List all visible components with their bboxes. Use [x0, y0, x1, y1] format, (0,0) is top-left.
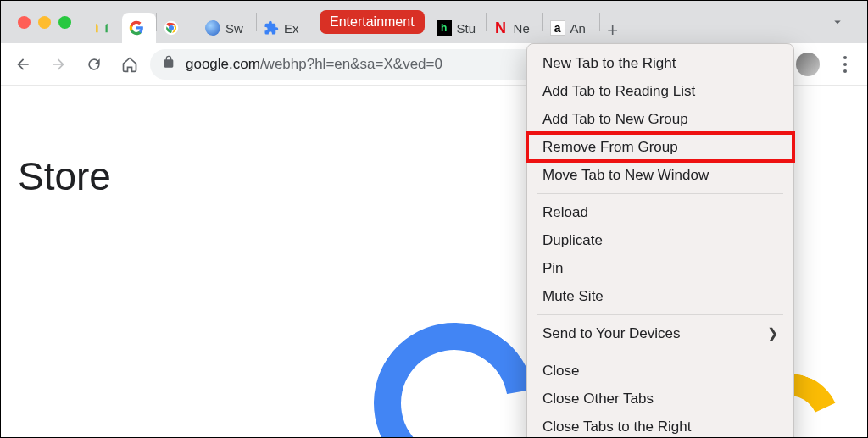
ctx-new-tab-right[interactable]: New Tab to the Right [527, 49, 793, 77]
tab-ex[interactable]: Ex [257, 13, 314, 43]
ctx-add-new-group[interactable]: Add Tab to New Group [527, 105, 793, 133]
ctx-label: Add Tab to Reading List [542, 83, 695, 100]
tab-chrome[interactable] [157, 13, 198, 43]
tabs-container: Sw Ex Entertainment h Stu N Ne a An + [86, 1, 859, 43]
ctx-pin[interactable]: Pin [527, 254, 793, 282]
chrome-menu-button[interactable] [830, 49, 860, 80]
ctx-label: Add Tab to New Group [542, 111, 688, 128]
ctx-label: Close Other Tabs [542, 391, 654, 408]
hulu-icon: h [437, 20, 452, 36]
globe-icon [205, 20, 220, 36]
tab-context-menu: New Tab to the Right Add Tab to Reading … [526, 43, 794, 438]
home-button[interactable] [114, 49, 145, 80]
chrome-icon [164, 20, 179, 36]
ctx-duplicate[interactable]: Duplicate [527, 226, 793, 254]
tab-search-button[interactable] [825, 9, 850, 35]
tab-label: An [570, 21, 586, 36]
tab-gmail-pinned[interactable] [86, 13, 122, 43]
ctx-reload[interactable]: Reload [527, 198, 793, 226]
new-tab-button[interactable]: + [600, 18, 626, 43]
gmail-icon [94, 20, 109, 36]
close-window-button[interactable] [18, 16, 31, 29]
tab-group-chip[interactable]: Entertainment [320, 10, 425, 34]
ctx-label: Mute Site [542, 288, 604, 305]
tab-google-active[interactable] [122, 13, 156, 43]
lock-icon [162, 55, 175, 73]
amazon-icon: a [550, 20, 565, 36]
ctx-label: Remove From Group [542, 139, 678, 156]
netflix-icon: N [493, 20, 509, 36]
ctx-label: Send to Your Devices [542, 325, 681, 342]
ctx-send-devices[interactable]: Send to Your Devices ❯ [527, 319, 793, 347]
chevron-right-icon: ❯ [767, 325, 778, 341]
tab-hulu[interactable]: h Stu [430, 13, 486, 43]
minimize-window-button[interactable] [38, 16, 51, 29]
ctx-label: Pin [542, 260, 564, 277]
back-button[interactable] [8, 49, 38, 80]
ctx-label: Reload [542, 204, 588, 221]
tab-label: Sw [225, 21, 243, 36]
ctx-move-new-window[interactable]: Move Tab to New Window [527, 161, 793, 189]
tab-sw[interactable]: Sw [198, 13, 256, 43]
fullscreen-window-button[interactable] [58, 16, 71, 29]
ctx-label: Close [542, 363, 579, 380]
ctx-close-right[interactable]: Close Tabs to the Right [527, 413, 793, 438]
tab-amazon[interactable]: a An [543, 13, 599, 43]
ctx-remove-from-group[interactable]: Remove From Group [527, 133, 793, 161]
tab-netflix[interactable]: N Ne [487, 13, 542, 43]
ctx-label: Duplicate [542, 232, 603, 249]
ctx-close[interactable]: Close [527, 357, 793, 385]
forward-button[interactable] [43, 49, 74, 80]
google-icon [129, 20, 144, 36]
store-link[interactable]: Store [18, 153, 111, 199]
tab-label: Ne [514, 21, 530, 36]
profile-avatar[interactable] [796, 53, 820, 76]
reload-button[interactable] [79, 49, 109, 80]
tab-strip: Sw Ex Entertainment h Stu N Ne a An + [1, 1, 867, 43]
url-path: /webhp?hl=en&sa=X&ved=0 [260, 56, 442, 73]
ctx-label: New Tab to the Right [542, 55, 676, 72]
tab-label: Stu [457, 21, 476, 36]
extension-icon [264, 20, 279, 36]
ctx-close-other[interactable]: Close Other Tabs [527, 385, 793, 413]
tab-label: Ex [284, 21, 299, 36]
ctx-label: Move Tab to New Window [542, 167, 709, 184]
url-host: google.com [186, 56, 260, 73]
window-controls [9, 16, 86, 29]
ctx-add-reading-list[interactable]: Add Tab to Reading List [527, 77, 793, 105]
ctx-mute-site[interactable]: Mute Site [527, 282, 793, 310]
ctx-separator [537, 193, 783, 194]
ctx-separator [537, 352, 783, 352]
ctx-separator [537, 314, 783, 315]
ctx-label: Close Tabs to the Right [542, 419, 691, 435]
